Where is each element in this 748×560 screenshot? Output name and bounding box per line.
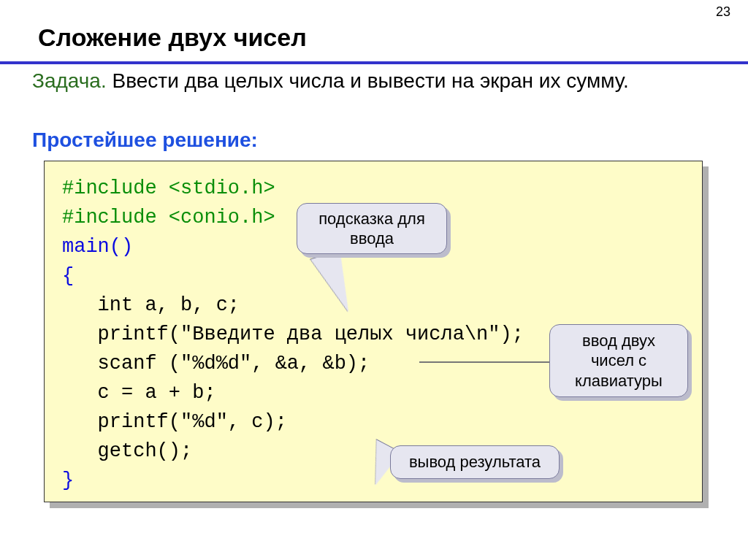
page-number: 23 (716, 4, 730, 20)
solution-label: Простейшее решение: (32, 129, 258, 152)
slide-title: Сложение двух чисел (38, 23, 307, 52)
code-line-4: { (62, 265, 74, 287)
code-line-2: #include <conio.h> (62, 207, 275, 229)
code-line-5: int a, b, c; (62, 294, 240, 316)
code-line-10: getch(); (62, 440, 192, 462)
code-line-3: main() (62, 236, 133, 258)
code-line-1: #include <stdio.h> (62, 177, 275, 199)
code-line-7: scanf ("%d%d", &a, &b); (62, 353, 370, 375)
code-line-11: } (62, 469, 74, 491)
callout-output: вывод результата (390, 445, 560, 479)
callout-pointer-2 (419, 361, 552, 363)
task-label: Задача. (32, 69, 107, 92)
task-text: Ввести два целых числа и вывести на экра… (107, 69, 629, 92)
callout-hint: подсказка для ввода (297, 203, 447, 254)
code-line-6: printf("Введите два целых числа\n"); (62, 323, 524, 345)
code-line-8: c = a + b; (62, 382, 216, 404)
code-line-9: printf("%d", c); (62, 411, 287, 433)
callout-input: ввод двух чисел с клавиатуры (549, 324, 688, 397)
title-rule (0, 61, 748, 64)
task-block: Задача. Ввести два целых числа и вывести… (32, 67, 719, 95)
